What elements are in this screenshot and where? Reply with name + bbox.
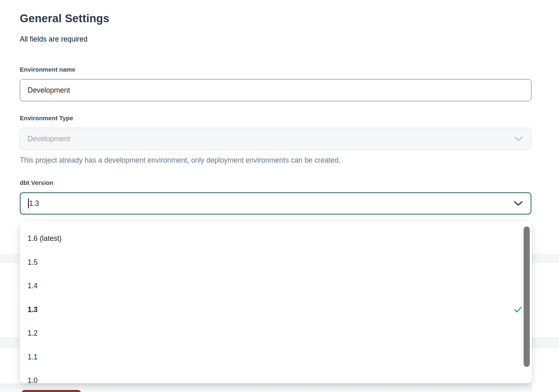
dbt-version-combobox[interactable]: 1.3 [20,192,531,215]
general-settings-page: General Settings All fields are required… [0,0,559,392]
dbt-version-value: 1.3 [29,199,39,208]
danger-button[interactable] [21,390,81,392]
text-cursor [28,198,29,208]
dropdown-option-label: 1.1 [28,353,37,362]
dropdown-option-label: 1.3 [28,306,37,314]
chevron-down-icon [514,136,524,142]
environment-type-value: Development [28,135,70,143]
check-icon [514,306,522,315]
page-title: General Settings [20,12,109,25]
environment-name-label: Environment name [20,66,75,73]
dropdown-option[interactable]: 1.6 (latest) [20,227,532,251]
dropdown-option-label: 1.0 [28,376,37,383]
environment-type-label: Environment Type [20,114,73,121]
environment-type-select: Development [20,128,531,150]
dbt-version-dropdown-list: 1.6 (latest) 1.5 1.4 [20,221,532,383]
dropdown-option[interactable]: 1.2 [20,322,532,345]
dropdown-option-label: 1.6 (latest) [28,234,62,243]
chevron-down-icon[interactable] [513,201,523,206]
environment-type-helper-text: This project already has a development e… [20,156,340,165]
dropdown-option[interactable]: 1.5 [20,251,532,275]
dropdown-option[interactable]: 1.3 [20,298,532,322]
dbt-version-label: dbt Version [20,179,54,186]
page-subtitle: All fields are required [20,35,87,44]
dropdown-option[interactable]: 1.4 [20,274,532,298]
dropdown-option[interactable]: 1.1 [20,345,532,369]
dropdown-option-label: 1.2 [28,329,37,338]
dropdown-option-label: 1.5 [28,258,37,267]
dropdown-scrollbar-thumb[interactable] [524,226,530,367]
dropdown-option-label: 1.4 [28,282,37,290]
environment-name-input[interactable] [20,79,531,101]
dropdown-option[interactable]: 1.0 [20,369,532,383]
